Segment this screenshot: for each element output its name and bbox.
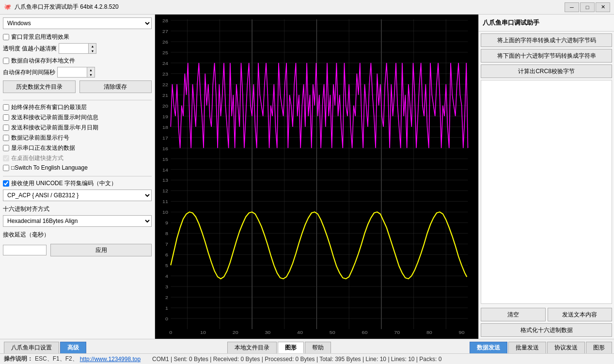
history-btn[interactable]: 历史数据文件目录 xyxy=(3,80,76,93)
status-bar: 操作说明： ESC、F1、F2、 http://www.1234998.top … xyxy=(0,353,614,364)
encoding-dropdown[interactable]: CP_ACP { ANSI / GB2312 } xyxy=(3,190,152,201)
svg-text:25: 25 xyxy=(162,50,168,55)
autosave-input[interactable]: 10 xyxy=(58,67,87,77)
left-panel: Windows 窗口背景启用透明效果 透明度 值越小越清爽 238 ▲ ▼ 数据… xyxy=(0,15,155,339)
show-sending-checkbox[interactable] xyxy=(3,145,9,151)
svg-text:11: 11 xyxy=(162,199,168,205)
transparency-input[interactable]: 238 xyxy=(59,44,88,53)
minimize-button[interactable]: ─ xyxy=(565,2,579,12)
autosave-up-btn[interactable]: ▲ xyxy=(87,67,94,72)
svg-text:80: 80 xyxy=(426,330,432,335)
maximize-button[interactable]: □ xyxy=(580,2,595,12)
tab-serial-settings[interactable]: 八爪鱼串口设置 xyxy=(4,342,59,353)
clear-btn[interactable]: 清除缓存 xyxy=(79,80,152,93)
svg-text:60: 60 xyxy=(362,330,367,335)
delay-label: 接收延迟（毫秒） xyxy=(3,231,152,239)
show-time-row: 发送和接收记录前面显示时间信息 xyxy=(3,113,152,122)
window-controls: ─ □ ✕ xyxy=(565,2,610,12)
always-top-checkbox[interactable] xyxy=(3,104,9,111)
show-time-checkbox[interactable] xyxy=(3,114,9,121)
right-bottom-btns: 清空 发送文本内容 xyxy=(479,306,614,323)
right-text-area[interactable] xyxy=(481,80,612,304)
svg-text:23: 23 xyxy=(162,71,168,77)
status-label: 操作说明： xyxy=(4,355,33,363)
show-date-checkbox[interactable] xyxy=(3,125,9,131)
always-top-label: 始终保持在所有窗口的最顶层 xyxy=(11,103,87,111)
autosave-checkbox[interactable] xyxy=(3,58,9,64)
delay-row: 10 应用 xyxy=(3,244,152,256)
tab-right-graph[interactable]: 图形 xyxy=(586,342,612,353)
autosave-down-btn[interactable]: ▼ xyxy=(87,72,94,77)
show-date-row: 发送和接收记录前面显示年月日期 xyxy=(3,124,152,132)
autosave-checkbox-row: 数据自动保存到本地文件 xyxy=(3,57,152,65)
svg-text:30: 30 xyxy=(265,330,270,335)
svg-text:13: 13 xyxy=(162,178,168,183)
svg-text:21: 21 xyxy=(162,93,168,98)
svg-text:28: 28 xyxy=(162,18,168,23)
svg-text:5: 5 xyxy=(165,263,168,269)
svg-text:0: 0 xyxy=(165,316,168,321)
right-panel: 八爪鱼串口调试助手 将上面的字符串转换成十六进制字节码 将下面的十六进制字节码转… xyxy=(478,15,614,339)
svg-text:7: 7 xyxy=(165,242,168,247)
transparency-checkbox-row: 窗口背景启用透明效果 xyxy=(3,33,152,41)
transparency-spinner-btns: ▲ ▼ xyxy=(88,44,96,53)
hex-align-dropdown[interactable]: Hexadecimal 16Bytes Align xyxy=(3,215,152,227)
svg-text:27: 27 xyxy=(162,29,168,34)
create-shortcut-checkbox xyxy=(3,155,9,161)
hex-decode-btn[interactable]: 将下面的十六进制字节码转换成字符串 xyxy=(481,49,612,63)
show-line-row: 数据记录前面显示行号 xyxy=(3,134,152,142)
tab-advanced[interactable]: 高级 xyxy=(60,342,86,353)
status-keys-text: ESC、F1、F2、 xyxy=(35,355,78,363)
transparency-input-row: 透明度 值越小越清爽 238 ▲ ▼ xyxy=(3,43,152,54)
show-line-checkbox[interactable] xyxy=(3,135,9,141)
svg-text:17: 17 xyxy=(162,135,168,141)
right-tab-group: 数据发送 批量发送 协议发送 图形 xyxy=(468,342,614,353)
svg-text:15: 15 xyxy=(162,157,168,162)
svg-text:18: 18 xyxy=(162,125,168,130)
svg-text:19: 19 xyxy=(162,114,168,119)
tab-data-send[interactable]: 数据发送 xyxy=(470,342,507,353)
svg-text:70: 70 xyxy=(394,330,400,335)
clear-btn[interactable]: 清空 xyxy=(481,308,546,321)
windows-dropdown[interactable]: Windows xyxy=(3,17,152,29)
transparency-label: 窗口背景启用透明效果 xyxy=(11,33,69,41)
tab-protocol-send[interactable]: 协议发送 xyxy=(547,342,585,353)
format-hex-btn[interactable]: 格式化十六进制数据 xyxy=(481,323,612,337)
tab-local-files[interactable]: 本地文件目录 xyxy=(227,342,277,353)
show-sending-label: 显示串口正在发送的数据 xyxy=(11,144,75,152)
svg-text:40: 40 xyxy=(297,330,303,335)
transparency-up-btn[interactable]: ▲ xyxy=(88,44,96,48)
switch-language-row: □Switch To English Language xyxy=(3,164,152,171)
right-panel-title: 八爪鱼串口调试助手 xyxy=(479,15,614,32)
show-sending-row: 显示串口正在发送的数据 xyxy=(3,144,152,152)
close-button[interactable]: ✕ xyxy=(596,2,610,12)
history-clear-row: 历史数据文件目录 清除缓存 xyxy=(3,80,152,93)
apply-btn[interactable]: 应用 xyxy=(50,244,152,256)
send-text-btn[interactable]: 发送文本内容 xyxy=(548,308,613,321)
create-shortcut-row: 在桌面创建快捷方式 xyxy=(3,154,152,162)
tab-graph[interactable]: 图形 xyxy=(278,342,304,353)
delay-input[interactable]: 10 xyxy=(3,245,47,255)
transparency-down-btn[interactable]: ▼ xyxy=(88,48,96,53)
svg-text:8: 8 xyxy=(165,231,168,237)
hex-encode-btn[interactable]: 将上面的字符串转换成十六进制字节码 xyxy=(481,33,612,47)
status-link[interactable]: http://www.1234998.top xyxy=(80,356,141,363)
switch-language-label: □Switch To English Language xyxy=(11,164,88,171)
status-info: COM1 | Sent: 0 Bytes | Received: 0 Bytes… xyxy=(152,356,441,363)
divider-2 xyxy=(3,176,152,176)
tab-help[interactable]: 帮助 xyxy=(305,342,331,353)
transparency-checkbox[interactable] xyxy=(3,34,9,40)
transparency-desc-label: 透明度 值越小越清爽 xyxy=(3,45,57,53)
tab-batch-send[interactable]: 批量发送 xyxy=(508,342,546,353)
svg-text:3: 3 xyxy=(165,284,168,289)
switch-language-checkbox[interactable] xyxy=(3,165,9,171)
unicode-row: 接收使用 UNICODE 字符集编码（中文） xyxy=(3,179,152,188)
crc8-btn[interactable]: 计算出CRC8校验字节 xyxy=(481,64,612,78)
app-icon: 🐙 xyxy=(4,3,12,11)
autosave-label: 数据自动保存到本地文件 xyxy=(11,57,75,65)
svg-text:0: 0 xyxy=(169,330,172,335)
svg-text:22: 22 xyxy=(162,82,168,87)
svg-text:20: 20 xyxy=(162,103,168,109)
unicode-checkbox[interactable] xyxy=(3,180,9,187)
show-time-label: 发送和接收记录前面显示时间信息 xyxy=(11,113,98,122)
